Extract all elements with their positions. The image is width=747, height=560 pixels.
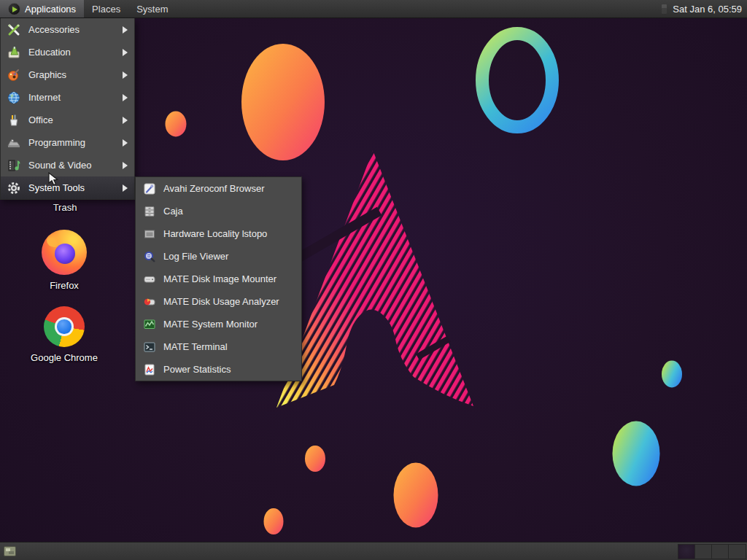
tray-indicator-icon[interactable] xyxy=(662,4,667,14)
system-tools-icon xyxy=(5,180,23,196)
submenu-item-label: MATE Disk Usage Analyzer xyxy=(163,296,295,307)
menu-item-label: Office xyxy=(28,114,117,125)
trash-desktop-icon-label[interactable]: Trash xyxy=(32,202,98,213)
distro-menu-icon xyxy=(8,3,20,15)
workspace-2[interactable] xyxy=(695,545,712,559)
menu-item-label: Programming xyxy=(28,137,117,148)
log-viewer-icon xyxy=(142,249,158,265)
applications-menu-label: Applications xyxy=(25,4,76,15)
submenu-item-disk-usage[interactable]: MATE Disk Usage Analyzer xyxy=(136,290,301,313)
submenu-item-label: MATE Terminal xyxy=(163,341,295,352)
places-menu-label: Places xyxy=(92,4,120,15)
gradient-ring xyxy=(482,34,552,127)
submenu-item-caja[interactable]: Caja xyxy=(136,200,301,222)
workspace-4[interactable] xyxy=(729,545,746,559)
menu-item-label: Sound & Video xyxy=(28,160,117,171)
menu-item-label: System Tools xyxy=(28,182,117,193)
submenu-item-label: Hardware Locality lstopo xyxy=(163,228,295,239)
menu-item-label: Graphics xyxy=(28,69,117,80)
system-tray: Sat Jan 6, 05:59 xyxy=(662,0,747,18)
submenu-item-label: MATE Disk Image Mounter xyxy=(163,273,295,284)
blob-orange-mid xyxy=(305,446,325,472)
avahi-browser-icon xyxy=(142,181,158,197)
firefox-desktop-icon[interactable]: Firefox xyxy=(29,230,99,291)
applications-menu-button[interactable]: Applications xyxy=(0,0,84,18)
clock[interactable]: Sat Jan 6, 05:59 xyxy=(673,4,742,15)
submenu-item-lstopo[interactable]: Hardware Locality lstopo xyxy=(136,222,301,245)
firefox-icon xyxy=(42,230,87,275)
submenu-arrow-icon xyxy=(123,71,128,79)
office-icon xyxy=(5,112,23,128)
accessories-icon xyxy=(5,22,23,38)
submenu-item-system-monitor[interactable]: MATE System Monitor xyxy=(136,313,301,335)
blob-green-large-right xyxy=(613,421,660,486)
top-panel: Applications Places System Sat Jan 6, 05… xyxy=(0,0,747,18)
places-menu-button[interactable]: Places xyxy=(84,0,128,18)
blob-orange-bottom xyxy=(394,463,438,528)
system-menu-button[interactable]: System xyxy=(128,0,176,18)
menubar: Applications Places System xyxy=(0,0,176,18)
submenu-arrow-icon xyxy=(123,162,128,169)
submenu-item-avahi[interactable]: Avahi Zeroconf Browser xyxy=(136,177,301,200)
education-icon xyxy=(5,44,23,61)
chrome-icon-label: Google Chrome xyxy=(31,352,98,363)
arch-linux-logo xyxy=(276,150,473,408)
submenu-arrow-icon xyxy=(123,94,128,101)
submenu-item-label: Avahi Zeroconf Browser xyxy=(163,183,295,194)
lstopo-icon xyxy=(142,226,158,242)
caja-icon xyxy=(142,203,158,219)
menu-item-sound-video[interactable]: Sound & Video xyxy=(1,154,134,176)
submenu-item-power-statistics[interactable]: Power Statistics xyxy=(136,358,301,381)
menu-item-graphics[interactable]: Graphics xyxy=(1,63,134,86)
submenu-arrow-icon xyxy=(123,49,128,56)
submenu-item-label: MATE System Monitor xyxy=(163,319,295,330)
workspace-3[interactable] xyxy=(712,545,729,559)
system-monitor-icon xyxy=(142,316,158,332)
chrome-desktop-icon[interactable]: Google Chrome xyxy=(29,306,99,363)
system-menu-label: System xyxy=(136,4,168,15)
blob-orange-lower-left xyxy=(264,508,284,534)
submenu-arrow-icon xyxy=(123,184,128,192)
submenu-item-label: Log File Viewer xyxy=(163,251,295,262)
submenu-item-label: Power Statistics xyxy=(163,364,295,375)
submenu-arrow-icon xyxy=(123,26,128,34)
system-tools-submenu: Avahi Zeroconf Browser Caja xyxy=(135,176,302,381)
power-stats-icon xyxy=(142,362,158,378)
submenu-item-disk-mounter[interactable]: MATE Disk Image Mounter xyxy=(136,268,301,290)
terminal-icon xyxy=(142,339,158,355)
menu-item-internet[interactable]: Internet xyxy=(1,86,134,109)
submenu-arrow-icon xyxy=(123,139,128,147)
mouse-cursor xyxy=(48,172,61,187)
submenu-item-terminal[interactable]: MATE Terminal xyxy=(136,335,301,358)
disk-usage-icon xyxy=(142,294,158,310)
menu-item-label: Education xyxy=(28,47,117,58)
applications-menu: Accessories Education xyxy=(0,18,135,200)
desktop-screen: Applications Places System Sat Jan 6, 05… xyxy=(0,0,747,560)
internet-icon xyxy=(5,90,23,106)
menu-item-label: Internet xyxy=(28,92,117,103)
submenu-item-log-viewer[interactable]: Log File Viewer xyxy=(136,245,301,268)
menu-item-accessories[interactable]: Accessories xyxy=(1,18,134,41)
sound-video-icon xyxy=(5,158,23,174)
show-desktop-icon xyxy=(4,546,16,556)
chrome-icon xyxy=(44,306,85,347)
menu-item-system-tools[interactable]: System Tools xyxy=(1,176,134,199)
blob-orange-large-top xyxy=(241,44,325,160)
submenu-item-label: Caja xyxy=(163,206,295,217)
workspace-switcher xyxy=(678,544,746,559)
bottom-panel xyxy=(0,542,747,560)
show-desktop-button[interactable] xyxy=(1,544,18,559)
programming-icon xyxy=(5,135,23,151)
firefox-icon-label: Firefox xyxy=(50,280,79,291)
disk-mounter-icon xyxy=(142,271,158,287)
workspace-1[interactable] xyxy=(678,545,695,559)
menu-item-office[interactable]: Office xyxy=(1,109,134,131)
menu-item-education[interactable]: Education xyxy=(1,41,134,63)
submenu-arrow-icon xyxy=(123,117,128,124)
blob-orange-small-left xyxy=(166,112,187,137)
blob-green-small-right xyxy=(662,361,682,388)
menu-item-label: Accessories xyxy=(28,24,117,35)
graphics-icon xyxy=(5,67,23,83)
menu-item-programming[interactable]: Programming xyxy=(1,131,134,154)
